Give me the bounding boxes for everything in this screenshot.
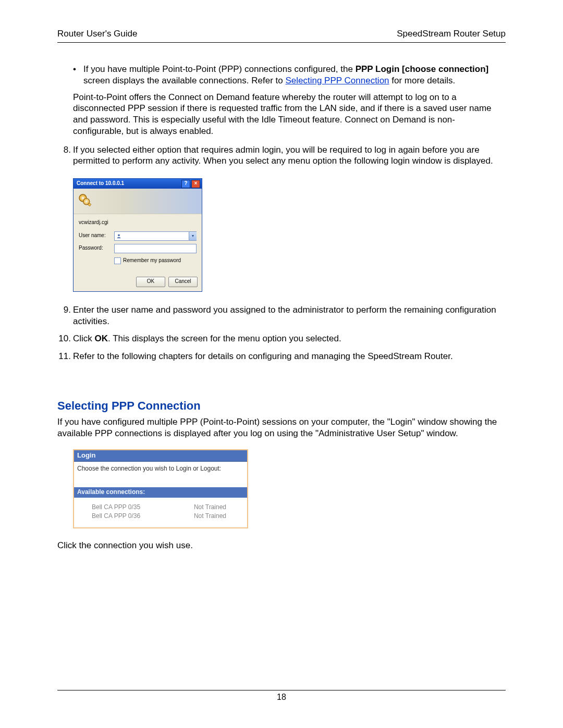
remember-checkbox[interactable] (114, 257, 121, 264)
remember-label: Remember my password (123, 257, 181, 264)
connection-status: Not Trained (194, 503, 226, 511)
page-footer: 18 (57, 690, 506, 702)
help-icon[interactable]: ? (181, 180, 190, 188)
cancel-button[interactable]: Cancel (168, 277, 198, 287)
connection-row[interactable]: Bell CA PPP 0/35 Not Trained (92, 503, 241, 512)
password-label: Password: (79, 245, 114, 252)
svg-point-4 (85, 201, 88, 203)
dialog-title: Connect to 10.0.0.1 (77, 180, 124, 187)
step-text: Enter the user name and password you ass… (73, 305, 496, 326)
connections-table: Bell CA PPP 0/35 Not Trained Bell CA PPP… (77, 498, 244, 527)
bold-ppp-login: PPP Login [choose connection] (356, 64, 489, 74)
paragraph-click-connection: Click the connection you wish use. (57, 540, 506, 551)
link-selecting-ppp[interactable]: Selecting PPP Connection (285, 76, 389, 85)
dialog-buttons: OK Cancel (74, 274, 202, 291)
username-label: User name: (79, 232, 114, 239)
username-field[interactable]: ▾ (114, 231, 197, 241)
login-panel-header: Login (74, 450, 247, 462)
svg-point-1 (81, 196, 84, 199)
login-panel: Login Choose the connection you wish to … (73, 449, 248, 528)
login-panel-instruction: Choose the connection you wish to Login … (77, 465, 244, 473)
step-10: 10. Click OK. This displays the screen f… (57, 333, 506, 344)
login-panel-body: Choose the connection you wish to Login … (74, 462, 247, 527)
dialog-banner (74, 189, 202, 214)
text: screen displays the available connection… (83, 76, 285, 85)
step-text: Refer to the following chapters for deta… (73, 351, 453, 361)
step-8: 8. If you selected either option that re… (57, 144, 506, 167)
step-text: If you selected either option that requi… (73, 145, 493, 166)
document-page: Router User's Guide SpeedStream Router S… (0, 0, 563, 728)
text: for more details. (389, 76, 456, 85)
connection-name: Bell CA PPP 0/35 (92, 503, 140, 511)
section-title-selecting-ppp: Selecting PPP Connection (57, 399, 506, 413)
step-number: 8. (57, 144, 71, 156)
bold-ok: OK (95, 334, 108, 343)
ok-button[interactable]: OK (136, 277, 165, 287)
dialog-realm: vcwizardj.cgi (79, 219, 197, 226)
step-number: 11. (57, 351, 71, 362)
close-icon[interactable]: × (191, 180, 200, 188)
step-number: 9. (57, 304, 71, 316)
chevron-down-icon[interactable]: ▾ (189, 232, 197, 240)
dialog-titlebar: Connect to 10.0.0.1 ? × (74, 179, 202, 189)
dialog-body: vcwizardj.cgi User name: ▾ Password: (74, 214, 202, 274)
titlebar-buttons: ? × (181, 180, 200, 188)
text: . This displays the screen for the menu … (108, 334, 341, 343)
username-row: User name: ▾ (79, 231, 197, 241)
user-icon (116, 233, 121, 239)
header-left: Router User's Guide (57, 29, 137, 39)
header-right: SpeedStream Router Setup (397, 29, 506, 39)
section-paragraph: If you have configured multiple PPP (Poi… (57, 416, 506, 439)
remember-row: Remember my password (114, 256, 197, 272)
text: Click (73, 334, 95, 343)
bullet-ppp-login: If you have multiple Point-to-Point (PPP… (57, 64, 506, 87)
login-panel-subheader: Available connections: (74, 487, 247, 497)
paragraph-connect-on-demand: Point-to-Point offers the Connect on Dem… (57, 92, 506, 137)
step-11: 11. Refer to the following chapters for … (57, 351, 506, 362)
page-number: 18 (277, 693, 286, 701)
page-content: If you have multiple Point-to-Point (PPP… (57, 43, 506, 551)
step-9: 9. Enter the user name and password you … (57, 304, 506, 327)
password-row: Password: (79, 244, 197, 253)
connection-status: Not Trained (194, 512, 226, 520)
password-field[interactable] (114, 244, 197, 253)
step-number: 10. (57, 333, 71, 344)
login-dialog: Connect to 10.0.0.1 ? × vcwizardj.cgi (73, 178, 202, 292)
svg-point-5 (118, 234, 120, 236)
connection-name: Bell CA PPP 0/36 (92, 512, 140, 520)
text: If you have multiple Point-to-Point (PPP… (83, 64, 356, 74)
connection-row[interactable]: Bell CA PPP 0/36 Not Trained (92, 512, 241, 521)
page-header: Router User's Guide SpeedStream Router S… (57, 29, 506, 43)
keys-icon (77, 192, 94, 209)
